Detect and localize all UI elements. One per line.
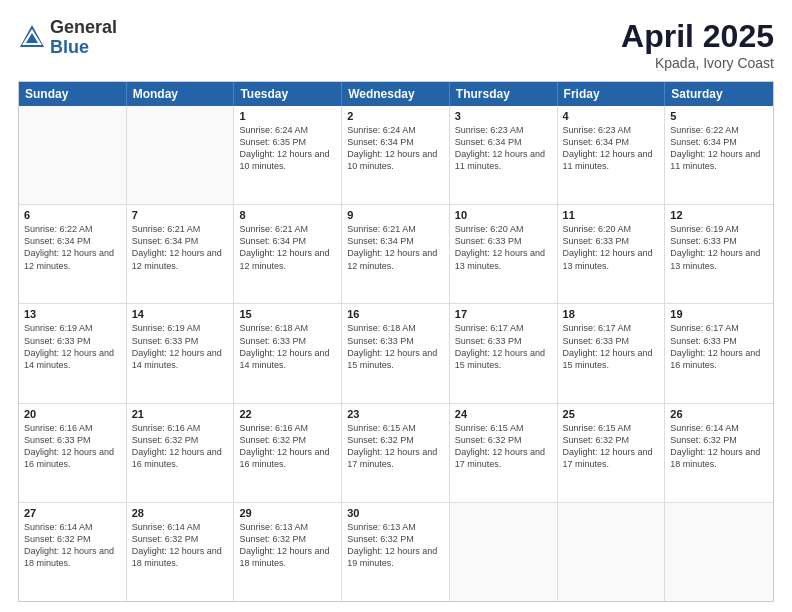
day-number: 3: [455, 110, 552, 122]
day-number: 13: [24, 308, 121, 320]
calendar-cell-r1c4: 10Sunrise: 6:20 AM Sunset: 6:33 PM Dayli…: [450, 205, 558, 303]
day-number: 9: [347, 209, 444, 221]
calendar-row-4: 20Sunrise: 6:16 AM Sunset: 6:33 PM Dayli…: [19, 404, 773, 503]
calendar-cell-r1c0: 6Sunrise: 6:22 AM Sunset: 6:34 PM Daylig…: [19, 205, 127, 303]
calendar-cell-r3c1: 21Sunrise: 6:16 AM Sunset: 6:32 PM Dayli…: [127, 404, 235, 502]
calendar-cell-r2c2: 15Sunrise: 6:18 AM Sunset: 6:33 PM Dayli…: [234, 304, 342, 402]
calendar-cell-r2c1: 14Sunrise: 6:19 AM Sunset: 6:33 PM Dayli…: [127, 304, 235, 402]
day-info: Sunrise: 6:16 AM Sunset: 6:32 PM Dayligh…: [239, 422, 336, 471]
day-number: 11: [563, 209, 660, 221]
day-info: Sunrise: 6:19 AM Sunset: 6:33 PM Dayligh…: [670, 223, 768, 272]
logo-blue: Blue: [50, 38, 117, 58]
day-info: Sunrise: 6:24 AM Sunset: 6:35 PM Dayligh…: [239, 124, 336, 173]
logo-icon: [18, 23, 46, 51]
day-number: 19: [670, 308, 768, 320]
header-sunday: Sunday: [19, 82, 127, 106]
day-info: Sunrise: 6:23 AM Sunset: 6:34 PM Dayligh…: [563, 124, 660, 173]
calendar: Sunday Monday Tuesday Wednesday Thursday…: [18, 81, 774, 602]
day-info: Sunrise: 6:21 AM Sunset: 6:34 PM Dayligh…: [347, 223, 444, 272]
calendar-cell-r1c2: 8Sunrise: 6:21 AM Sunset: 6:34 PM Daylig…: [234, 205, 342, 303]
day-number: 10: [455, 209, 552, 221]
day-number: 2: [347, 110, 444, 122]
day-info: Sunrise: 6:14 AM Sunset: 6:32 PM Dayligh…: [132, 521, 229, 570]
day-number: 4: [563, 110, 660, 122]
header-monday: Monday: [127, 82, 235, 106]
day-info: Sunrise: 6:18 AM Sunset: 6:33 PM Dayligh…: [347, 322, 444, 371]
calendar-cell-r4c6: [665, 503, 773, 601]
day-info: Sunrise: 6:17 AM Sunset: 6:33 PM Dayligh…: [455, 322, 552, 371]
calendar-cell-r1c6: 12Sunrise: 6:19 AM Sunset: 6:33 PM Dayli…: [665, 205, 773, 303]
calendar-cell-r4c5: [558, 503, 666, 601]
day-number: 6: [24, 209, 121, 221]
logo-text: General Blue: [50, 18, 117, 58]
calendar-cell-r4c3: 30Sunrise: 6:13 AM Sunset: 6:32 PM Dayli…: [342, 503, 450, 601]
header-tuesday: Tuesday: [234, 82, 342, 106]
day-number: 22: [239, 408, 336, 420]
day-info: Sunrise: 6:17 AM Sunset: 6:33 PM Dayligh…: [670, 322, 768, 371]
day-info: Sunrise: 6:23 AM Sunset: 6:34 PM Dayligh…: [455, 124, 552, 173]
calendar-row-3: 13Sunrise: 6:19 AM Sunset: 6:33 PM Dayli…: [19, 304, 773, 403]
header-friday: Friday: [558, 82, 666, 106]
day-info: Sunrise: 6:24 AM Sunset: 6:34 PM Dayligh…: [347, 124, 444, 173]
calendar-cell-r3c0: 20Sunrise: 6:16 AM Sunset: 6:33 PM Dayli…: [19, 404, 127, 502]
day-info: Sunrise: 6:22 AM Sunset: 6:34 PM Dayligh…: [670, 124, 768, 173]
calendar-cell-r0c0: [19, 106, 127, 204]
page: General Blue April 2025 Kpada, Ivory Coa…: [0, 0, 792, 612]
calendar-cell-r0c2: 1Sunrise: 6:24 AM Sunset: 6:35 PM Daylig…: [234, 106, 342, 204]
day-number: 14: [132, 308, 229, 320]
header-thursday: Thursday: [450, 82, 558, 106]
day-number: 30: [347, 507, 444, 519]
calendar-cell-r0c6: 5Sunrise: 6:22 AM Sunset: 6:34 PM Daylig…: [665, 106, 773, 204]
calendar-cell-r4c2: 29Sunrise: 6:13 AM Sunset: 6:32 PM Dayli…: [234, 503, 342, 601]
calendar-cell-r0c3: 2Sunrise: 6:24 AM Sunset: 6:34 PM Daylig…: [342, 106, 450, 204]
calendar-cell-r3c6: 26Sunrise: 6:14 AM Sunset: 6:32 PM Dayli…: [665, 404, 773, 502]
day-info: Sunrise: 6:22 AM Sunset: 6:34 PM Dayligh…: [24, 223, 121, 272]
calendar-cell-r4c0: 27Sunrise: 6:14 AM Sunset: 6:32 PM Dayli…: [19, 503, 127, 601]
day-number: 16: [347, 308, 444, 320]
title-block: April 2025 Kpada, Ivory Coast: [621, 18, 774, 71]
calendar-row-5: 27Sunrise: 6:14 AM Sunset: 6:32 PM Dayli…: [19, 503, 773, 601]
calendar-cell-r1c3: 9Sunrise: 6:21 AM Sunset: 6:34 PM Daylig…: [342, 205, 450, 303]
calendar-cell-r2c0: 13Sunrise: 6:19 AM Sunset: 6:33 PM Dayli…: [19, 304, 127, 402]
calendar-row-1: 1Sunrise: 6:24 AM Sunset: 6:35 PM Daylig…: [19, 106, 773, 205]
day-number: 26: [670, 408, 768, 420]
day-info: Sunrise: 6:15 AM Sunset: 6:32 PM Dayligh…: [455, 422, 552, 471]
calendar-cell-r4c4: [450, 503, 558, 601]
day-info: Sunrise: 6:21 AM Sunset: 6:34 PM Dayligh…: [239, 223, 336, 272]
day-number: 5: [670, 110, 768, 122]
day-info: Sunrise: 6:19 AM Sunset: 6:33 PM Dayligh…: [132, 322, 229, 371]
day-info: Sunrise: 6:20 AM Sunset: 6:33 PM Dayligh…: [455, 223, 552, 272]
calendar-cell-r4c1: 28Sunrise: 6:14 AM Sunset: 6:32 PM Dayli…: [127, 503, 235, 601]
day-number: 20: [24, 408, 121, 420]
day-info: Sunrise: 6:14 AM Sunset: 6:32 PM Dayligh…: [670, 422, 768, 471]
day-number: 28: [132, 507, 229, 519]
calendar-header: Sunday Monday Tuesday Wednesday Thursday…: [19, 82, 773, 106]
calendar-cell-r0c1: [127, 106, 235, 204]
day-info: Sunrise: 6:16 AM Sunset: 6:33 PM Dayligh…: [24, 422, 121, 471]
header-wednesday: Wednesday: [342, 82, 450, 106]
calendar-cell-r2c5: 18Sunrise: 6:17 AM Sunset: 6:33 PM Dayli…: [558, 304, 666, 402]
location: Kpada, Ivory Coast: [621, 55, 774, 71]
header: General Blue April 2025 Kpada, Ivory Coa…: [18, 18, 774, 71]
header-saturday: Saturday: [665, 82, 773, 106]
calendar-cell-r3c5: 25Sunrise: 6:15 AM Sunset: 6:32 PM Dayli…: [558, 404, 666, 502]
day-number: 7: [132, 209, 229, 221]
calendar-cell-r2c6: 19Sunrise: 6:17 AM Sunset: 6:33 PM Dayli…: [665, 304, 773, 402]
day-number: 15: [239, 308, 336, 320]
day-number: 23: [347, 408, 444, 420]
calendar-cell-r3c4: 24Sunrise: 6:15 AM Sunset: 6:32 PM Dayli…: [450, 404, 558, 502]
day-info: Sunrise: 6:17 AM Sunset: 6:33 PM Dayligh…: [563, 322, 660, 371]
day-number: 8: [239, 209, 336, 221]
day-info: Sunrise: 6:21 AM Sunset: 6:34 PM Dayligh…: [132, 223, 229, 272]
day-info: Sunrise: 6:20 AM Sunset: 6:33 PM Dayligh…: [563, 223, 660, 272]
day-info: Sunrise: 6:15 AM Sunset: 6:32 PM Dayligh…: [563, 422, 660, 471]
logo-general: General: [50, 18, 117, 38]
day-number: 17: [455, 308, 552, 320]
day-number: 21: [132, 408, 229, 420]
day-number: 29: [239, 507, 336, 519]
day-number: 12: [670, 209, 768, 221]
day-info: Sunrise: 6:14 AM Sunset: 6:32 PM Dayligh…: [24, 521, 121, 570]
day-info: Sunrise: 6:13 AM Sunset: 6:32 PM Dayligh…: [239, 521, 336, 570]
calendar-row-2: 6Sunrise: 6:22 AM Sunset: 6:34 PM Daylig…: [19, 205, 773, 304]
calendar-cell-r2c4: 17Sunrise: 6:17 AM Sunset: 6:33 PM Dayli…: [450, 304, 558, 402]
